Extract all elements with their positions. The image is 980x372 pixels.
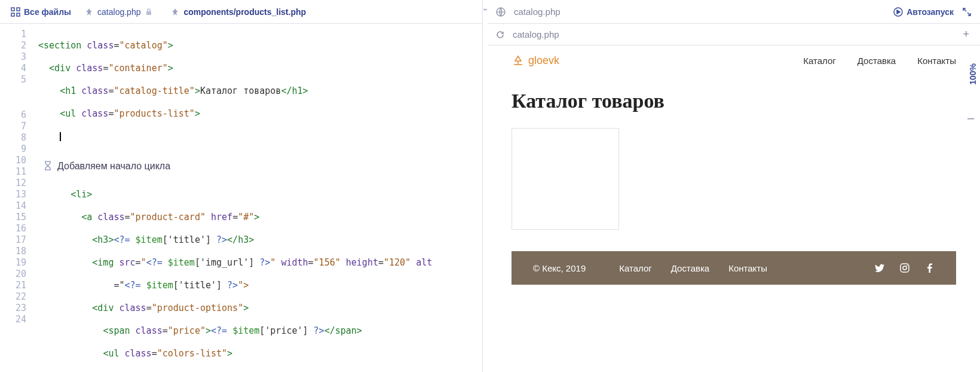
preview-sub-bar: catalog.php + xyxy=(488,24,980,45)
footer-contacts[interactable]: Контакты xyxy=(728,263,767,273)
grid-icon xyxy=(11,7,20,17)
globe-icon xyxy=(496,7,506,17)
preview-body: 100% – gloevk Каталог Доставка Контакты … xyxy=(488,45,980,372)
all-files-button[interactable]: Все файлы xyxy=(6,5,76,19)
nav-delivery[interactable]: Доставка xyxy=(858,56,896,66)
rendered-site: gloevk Каталог Доставка Контакты Каталог… xyxy=(488,45,980,285)
svg-rect-4 xyxy=(146,11,151,15)
footer-delivery[interactable]: Доставка xyxy=(671,263,709,273)
facebook-icon[interactable] xyxy=(925,263,935,273)
zoom-minus-button[interactable]: – xyxy=(967,111,974,125)
instagram-icon[interactable] xyxy=(900,263,909,273)
preview-sub-title: catalog.php xyxy=(513,29,952,39)
svg-rect-7 xyxy=(901,264,909,272)
svg-rect-3 xyxy=(17,13,20,16)
hint-row: Добавляем начало цикла xyxy=(38,154,476,178)
tab-label: catalog.php xyxy=(97,7,140,17)
code-content[interactable]: <section class="catalog"> <div class="co… xyxy=(32,24,482,372)
site-footer: © Кекс, 2019 Каталог Доставка Контакты xyxy=(512,251,956,285)
line-gutter: 1 2 3 4 5 6 7 8 9 10 11 12 13 14 15 16 1… xyxy=(0,24,32,372)
reload-icon[interactable] xyxy=(496,31,504,39)
pane-divider[interactable] xyxy=(483,0,488,372)
footer-copy: © Кекс, 2019 xyxy=(533,263,586,273)
lock-icon xyxy=(145,8,152,16)
tab-bar: Все файлы catalog.php components/product… xyxy=(0,0,482,24)
expand-icon[interactable] xyxy=(962,7,972,17)
tab-label: components/products_list.php xyxy=(183,7,306,17)
all-files-label: Все файлы xyxy=(24,7,71,17)
twitter-icon[interactable] xyxy=(875,263,884,273)
pin-icon xyxy=(85,8,93,16)
site-nav: Каталог Доставка Контакты xyxy=(803,56,956,66)
tab-products-list[interactable]: components/products_list.php xyxy=(162,0,316,23)
hourglass-icon xyxy=(43,161,53,170)
svg-point-9 xyxy=(906,265,908,266)
svg-point-8 xyxy=(903,266,906,270)
svg-rect-2 xyxy=(11,13,14,16)
code-editor[interactable]: 1 2 3 4 5 6 7 8 9 10 11 12 13 14 15 16 1… xyxy=(0,24,482,372)
editor-pane: Все файлы catalog.php components/product… xyxy=(0,0,483,372)
add-tab-button[interactable]: + xyxy=(960,28,972,41)
zoom-label[interactable]: 100% xyxy=(968,63,978,85)
preview-title: catalog.php xyxy=(514,7,885,17)
site-logo[interactable]: gloevk xyxy=(512,54,559,67)
hint-text: Добавляем начало цикла xyxy=(57,160,170,172)
tab-catalog[interactable]: catalog.php xyxy=(76,0,162,23)
nav-catalog[interactable]: Каталог xyxy=(803,56,836,66)
pin-icon xyxy=(172,8,179,16)
page-title: Каталог товаров xyxy=(512,90,956,112)
svg-rect-0 xyxy=(11,8,14,11)
product-card-placeholder xyxy=(512,128,619,230)
site-header: gloevk Каталог Доставка Контакты xyxy=(512,45,956,75)
footer-catalog[interactable]: Каталог xyxy=(619,263,652,273)
resize-icon xyxy=(483,6,488,13)
lamp-icon xyxy=(512,54,525,67)
svg-rect-1 xyxy=(17,8,20,11)
autorun-button[interactable]: Автозапуск xyxy=(893,7,954,17)
nav-contacts[interactable]: Контакты xyxy=(917,56,956,66)
preview-top-bar: catalog.php Автозапуск xyxy=(488,0,980,24)
text-cursor xyxy=(60,132,61,141)
preview-pane: catalog.php Автозапуск catalog.php + 100… xyxy=(488,0,980,372)
play-icon xyxy=(893,7,903,17)
